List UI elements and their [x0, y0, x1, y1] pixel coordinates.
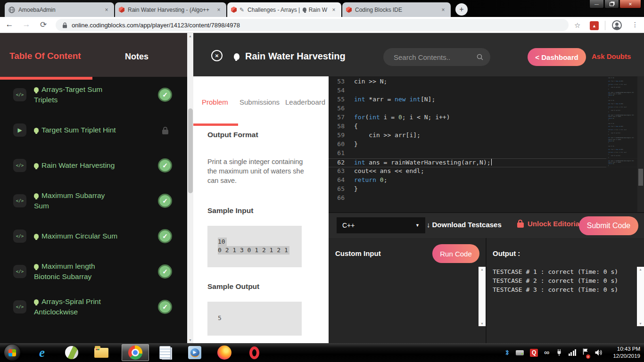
code-text: return 0;: [354, 176, 387, 185]
search-input[interactable]: Search Contents..: [383, 48, 490, 66]
tab-title: Rain Water Harvesting - (Algo++: [128, 7, 212, 13]
sidebar-item[interactable]: </>Maximum length Biotonic Subarray✓: [0, 261, 187, 282]
problem-tab-leaderboard[interactable]: Leaderboard: [285, 98, 325, 106]
code-text: {: [354, 123, 358, 132]
code-line[interactable]: 55int *arr = new int[N];: [329, 96, 637, 105]
taskbar-app-start[interactable]: [3, 345, 22, 361]
ask-doubts-link[interactable]: Ask Doubts: [592, 52, 631, 60]
browser-tab[interactable]: ✎Challenges - Arrays |Rain W×: [227, 2, 341, 17]
close-content-icon[interactable]: ✕: [211, 50, 223, 61]
tray-network-signal-icon[interactable]: [569, 349, 577, 356]
custom-input-scrollbar[interactable]: ▲ ▼: [479, 267, 486, 326]
code-line[interactable]: 61: [329, 149, 637, 158]
language-select[interactable]: C++ ▼: [337, 217, 425, 233]
clock-time: 10:43 PM: [613, 346, 640, 353]
tray-action-center-flag-icon[interactable]: x: [582, 348, 588, 357]
profile-avatar[interactable]: [612, 20, 622, 30]
sidebar-item[interactable]: </>Maximum Circular Sum✓: [0, 226, 187, 247]
minimize-button[interactable]: —: [589, 0, 604, 8]
sidebar-item[interactable]: </>Arrays-Target Sum Triplets✓: [0, 84, 187, 105]
back-icon[interactable]: ←: [4, 20, 15, 29]
editor-scrollbar-thumb[interactable]: [638, 169, 643, 186]
new-tab-button[interactable]: +: [455, 3, 468, 16]
bulb-icon: [34, 163, 39, 168]
sample-input-line: 10: [218, 238, 227, 246]
code-editor[interactable]: 53cin >> N;5455int *arr = new int[N];565…: [329, 76, 644, 212]
restore-button[interactable]: [604, 0, 619, 8]
editor-scrollbar[interactable]: [637, 76, 644, 212]
unlock-editorial-button[interactable]: Unlock Editorial: [517, 219, 581, 228]
status-complete: ✓: [157, 88, 173, 102]
tab-close-icon[interactable]: ×: [215, 6, 223, 14]
dashboard-button[interactable]: < Dashboard: [528, 48, 586, 66]
code-line[interactable]: 53cin >> N;: [329, 78, 637, 87]
language-value: C++: [342, 222, 355, 229]
code-line[interactable]: 66: [329, 194, 637, 203]
sidebar-scrollbar[interactable]: ▲ ▼: [187, 33, 193, 343]
code-line[interactable]: 56: [329, 105, 637, 114]
scroll-up-icon[interactable]: ▲: [479, 268, 486, 271]
code-line[interactable]: 62int ans = rainWaterHarvesting(arr,N);: [329, 158, 637, 167]
scroll-up-icon[interactable]: ▲: [637, 268, 644, 271]
problem-tab-problem[interactable]: Problem: [202, 98, 228, 106]
editor-minimap[interactable]: cin >> N; int *arr = new int[N]; for(int…: [606, 76, 637, 212]
code-line[interactable]: 60}: [329, 140, 637, 149]
download-testcases-button[interactable]: ↓ Download Testcases: [427, 221, 502, 229]
sidebar-item[interactable]: </>Arrays-Spiral Print Anticlockwise✓: [0, 296, 187, 317]
unlock-label: Unlock Editorial: [528, 220, 581, 228]
taskbar-app-opera[interactable]: [245, 346, 264, 359]
taskbar-app-chrome[interactable]: [122, 344, 149, 361]
storage-drive-glyph: [516, 350, 524, 355]
scroll-up-icon[interactable]: ▲: [187, 34, 193, 38]
problem-tab-submissions[interactable]: Submissions: [239, 98, 280, 106]
bookmark-star-icon[interactable]: ☆: [574, 21, 580, 30]
forward-icon[interactable]: →: [21, 20, 32, 29]
taskbar-app-wordpad[interactable]: [156, 346, 174, 359]
tray-creative-cloud-icon[interactable]: ∞: [544, 349, 549, 356]
submit-code-button[interactable]: Submit Code: [579, 216, 638, 235]
browser-tab[interactable]: Rain Water Harvesting - (Algo++×: [115, 2, 226, 17]
reload-icon[interactable]: ⟳: [38, 20, 49, 30]
tray-quick-heal-icon[interactable]: Q: [530, 349, 538, 357]
browser-tab[interactable]: Coding Blocks IDE×: [342, 2, 451, 17]
code-area[interactable]: 53cin >> N;5455int *arr = new int[N];565…: [329, 78, 637, 203]
scroll-down-icon[interactable]: ▼: [637, 322, 644, 325]
code-line[interactable]: 58{: [329, 123, 637, 132]
tab-table-of-content[interactable]: Table Of Content: [9, 51, 81, 61]
adobe-extension-icon[interactable]: ▲: [590, 21, 599, 30]
code-line[interactable]: 64return 0;: [329, 176, 637, 185]
address-bar[interactable]: online.codingblocks.com/app/player/14123…: [56, 19, 569, 31]
tab-close-icon[interactable]: ×: [103, 6, 110, 14]
taskbar-app-internet-explorer[interactable]: e: [33, 346, 51, 360]
sidebar-item[interactable]: </>Rain Water Harvesting✓: [0, 155, 187, 176]
taskbar-app-file-explorer[interactable]: [92, 348, 111, 358]
browser-tab[interactable]: AmoebaAdmin×: [5, 2, 114, 17]
scroll-down-icon[interactable]: ▼: [187, 338, 193, 342]
scrollbar-thumb[interactable]: [188, 108, 193, 193]
code-line[interactable]: 54: [329, 87, 637, 96]
sidebar-item[interactable]: </>Maximum Subarray Sum✓: [0, 190, 187, 211]
tab-close-icon[interactable]: ×: [439, 6, 447, 14]
taskbar-app-media-player[interactable]: ▶: [185, 346, 204, 359]
tray-storage-drive-icon[interactable]: [516, 350, 524, 355]
code-line[interactable]: 59 cin >> arr[i];: [329, 132, 637, 140]
tray-power-plug-icon[interactable]: [556, 349, 562, 356]
taskbar-clock[interactable]: 10:43 PM 12/20/2019: [613, 346, 640, 360]
bulb-icon: [34, 128, 39, 133]
run-code-button[interactable]: Run Code: [432, 244, 479, 263]
tray-bluetooth-icon[interactable]: [504, 349, 510, 356]
tab-notes[interactable]: Notes: [125, 52, 149, 62]
sidebar-item[interactable]: ▶Target Sum Triplet Hint: [0, 120, 187, 140]
output-scrollbar[interactable]: ▲ ▼: [637, 267, 644, 326]
tray-volume-icon[interactable]: [594, 349, 603, 356]
browser-menu-icon[interactable]: ⋮: [632, 21, 638, 28]
tab-close-icon[interactable]: ×: [330, 6, 338, 14]
scroll-down-icon[interactable]: ▼: [479, 322, 486, 325]
toolbar-divider: [605, 21, 605, 30]
code-line[interactable]: 57for(int i = 0; i < N; i++): [329, 114, 637, 123]
close-button[interactable]: ✕: [619, 0, 641, 8]
code-line[interactable]: 65}: [329, 185, 637, 194]
taskbar-app-firefox[interactable]: [215, 346, 234, 360]
code-line[interactable]: 63cout<< ans << endl;: [329, 167, 637, 176]
taskbar-app-coreldraw[interactable]: [62, 346, 81, 359]
